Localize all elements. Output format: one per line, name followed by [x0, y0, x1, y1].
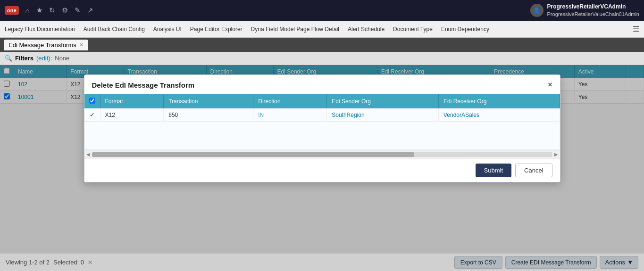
nav-legacy-flux[interactable]: Legacy Flux Documentation [5, 26, 75, 33]
modal-overlay: Delete EdI Message Transform × Format Tr… [0, 65, 644, 253]
scrollbar-track[interactable] [92, 152, 552, 157]
modal-select-all-checkbox[interactable] [89, 98, 95, 104]
main-area: Name Format Transaction Direction Edi Se… [0, 65, 644, 253]
scrollbar-left-arrow[interactable]: ◀ [86, 152, 90, 157]
tab-label: Edi Message Transforms [8, 41, 76, 49]
hamburger-icon[interactable]: ☰ [633, 25, 639, 33]
app-logo[interactable]: one [5, 6, 19, 15]
modal-table: Format Transaction Direction Edi Sender … [84, 94, 560, 150]
modal-table-row: ✓ X12 850 IN SouthRegion VendorASales [84, 108, 560, 122]
modal-close-button[interactable]: × [548, 81, 552, 89]
tab-bar: Edi Message Transforms ✕ [0, 38, 644, 52]
nav-page-editor[interactable]: Page Editor Explorer [190, 26, 243, 33]
modal-col-header-format: Format [100, 94, 164, 108]
modal-col-header-checkbox[interactable] [84, 94, 100, 108]
username: ProgressiveRetailerVCAdmin [547, 3, 639, 11]
star-icon[interactable]: ★ [36, 6, 42, 15]
top-bar: one ⌂ ★ ↻ ⚙ ✎ ↗ 👤 ProgressiveRetailerVCA… [0, 0, 644, 21]
cancel-button[interactable]: Cancel [515, 164, 552, 177]
refresh-icon[interactable]: ↻ [49, 6, 55, 15]
scrollbar-thumb[interactable] [92, 152, 414, 157]
modal-row1-format: X12 [100, 108, 164, 122]
filter-label: Filters [15, 55, 33, 62]
modal-row1-direction: IN [253, 108, 327, 122]
nav-enum-dependency[interactable]: Enum Dependency [441, 26, 489, 33]
modal-body: Format Transaction Direction Edi Sender … [84, 94, 560, 158]
settings-icon[interactable]: ⚙ [62, 6, 68, 15]
nav-dyna-field[interactable]: Dyna Field Model Page Flow Detail [251, 26, 339, 33]
modal-table-wrap: Format Transaction Direction Edi Sender … [84, 94, 560, 150]
expand-icon[interactable]: ↗ [87, 6, 93, 15]
filter-bar: 🔍 Filters (edit): None [0, 52, 644, 65]
tab-close-icon[interactable]: ✕ [79, 42, 84, 48]
scrollbar-right-arrow[interactable]: ▶ [554, 152, 558, 157]
nav-analysis-ui[interactable]: Analysis UI [153, 26, 182, 33]
nav-document-type[interactable]: Document Type [393, 26, 433, 33]
modal-row1-checkbox-cell[interactable]: ✓ [84, 108, 100, 122]
home-icon[interactable]: ⌂ [25, 7, 30, 15]
modal-scrollbar[interactable]: ◀ ▶ [84, 150, 560, 158]
modal-row1-sender-org[interactable]: SouthRegion [327, 108, 439, 122]
nav-audit-back-chain[interactable]: Audit Back Chain Config [84, 26, 145, 33]
user-info: ProgressiveRetailerVCAdmin ProgressiveRe… [547, 3, 639, 18]
filter-edit[interactable]: (edit): [36, 55, 52, 62]
modal-title: Delete EdI Message Transform [92, 81, 195, 89]
modal-footer: Submit Cancel [84, 158, 560, 182]
avatar: 👤 [530, 4, 544, 17]
subname: ProgressiveRetailerValueChain01Admin [547, 11, 639, 18]
filter-icon: 🔍 [5, 55, 12, 62]
edit-icon[interactable]: ✎ [75, 6, 81, 15]
filter-value: None [55, 55, 69, 62]
modal-empty-row [84, 122, 560, 150]
top-bar-right: 👤 ProgressiveRetailerVCAdmin Progressive… [530, 3, 639, 18]
secondary-nav: Legacy Flux Documentation Audit Back Cha… [0, 21, 644, 38]
top-bar-left: one ⌂ ★ ↻ ⚙ ✎ ↗ [5, 6, 93, 15]
modal-row1-receiver-org[interactable]: VendorASales [438, 108, 560, 122]
nav-alert-schedule[interactable]: Alert Schedule [348, 26, 385, 33]
modal-col-header-direction: Direction [253, 94, 327, 108]
modal-row1-check-icon: ✓ [90, 111, 95, 118]
modal-col-header-receiver-org: Edi Receiver Org [438, 94, 560, 108]
modal-col-header-transaction: Transaction [164, 94, 253, 108]
modal-header: Delete EdI Message Transform × [84, 75, 560, 94]
modal-row1-transaction: 850 [164, 108, 253, 122]
tab-edi-message-transforms[interactable]: Edi Message Transforms ✕ [4, 40, 88, 50]
delete-modal: Delete EdI Message Transform × Format Tr… [84, 74, 560, 182]
submit-button[interactable]: Submit [476, 164, 511, 177]
modal-col-header-sender-org: Edi Sender Org [327, 94, 439, 108]
